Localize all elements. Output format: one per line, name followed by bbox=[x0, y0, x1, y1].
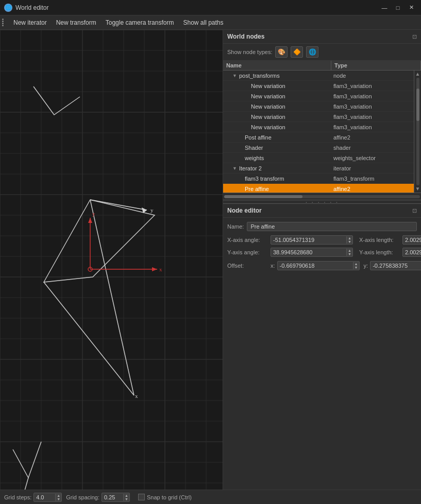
offset-x-up[interactable]: ▲ bbox=[353, 262, 359, 266]
node-type-btn-1[interactable]: 🔶 bbox=[291, 46, 303, 58]
scroll-down-arrow[interactable]: ▼ bbox=[415, 186, 420, 192]
node-type-btn-2[interactable]: 🌐 bbox=[306, 46, 318, 58]
world-nodes-title: World nodes bbox=[227, 33, 264, 40]
y-axis-angle-input-wrap: ▲ ▼ bbox=[271, 248, 353, 257]
axis-fields: X-axis angle: ▲ ▼ X-axis length: bbox=[227, 235, 417, 257]
tree-cell-name: Pre affine bbox=[223, 186, 331, 192]
tree-cell-name: New variation bbox=[223, 124, 331, 130]
minimize-button[interactable]: — bbox=[379, 3, 390, 12]
scroll-thumb[interactable] bbox=[416, 89, 419, 121]
table-row[interactable]: New variationflam3_variation bbox=[223, 91, 414, 101]
table-row[interactable]: flam3 transformflam3_transform bbox=[223, 173, 414, 184]
table-row[interactable]: ▼Iterator 2iterator bbox=[223, 163, 414, 173]
expand-arrow-icon[interactable]: ▼ bbox=[232, 166, 237, 171]
y-axis-angle-down[interactable]: ▼ bbox=[347, 252, 352, 256]
tree-cell-name: ▼Iterator 2 bbox=[223, 165, 331, 171]
x-axis-angle-input[interactable] bbox=[271, 236, 346, 244]
x-axis-angle-down[interactable]: ▼ bbox=[347, 240, 352, 244]
menu-bar: New iterator New transform Toggle camera… bbox=[0, 15, 421, 30]
tree-cell-name-text: New variation bbox=[251, 93, 285, 99]
x-axis-angle-up[interactable]: ▲ bbox=[347, 236, 352, 240]
grid-spacing-up[interactable]: ▲ bbox=[124, 494, 129, 497]
offset-y-input[interactable] bbox=[371, 262, 421, 270]
table-row[interactable]: Post affineaffine2 bbox=[223, 132, 414, 143]
offset-row: Offset: x: ▲ ▼ bbox=[227, 261, 417, 270]
offset-x-spinner: ▲ ▼ bbox=[353, 262, 359, 269]
y-axis-length-input[interactable] bbox=[403, 248, 421, 256]
node-type-btn-0[interactable]: 🎨 bbox=[275, 46, 288, 58]
tree-cell-type: shader bbox=[331, 145, 414, 151]
node-editor-options-icon[interactable]: ⊡ bbox=[412, 207, 417, 214]
menu-show-all-paths[interactable]: Show all paths bbox=[179, 18, 227, 28]
tree-cell-name-text: weights bbox=[245, 155, 264, 161]
tree-cell-type: flam3_variation bbox=[331, 114, 414, 120]
tree-cell-name: Post affine bbox=[223, 134, 331, 141]
table-row[interactable]: New variationflam3_variation bbox=[223, 101, 414, 112]
grid-spacing-group: Grid spacing: ▲ ▼ bbox=[66, 493, 130, 502]
tree-table[interactable]: ▼post_transformsnodeNew variationflam3_v… bbox=[223, 71, 414, 193]
panel-resize-handle[interactable]: · · · · · · bbox=[223, 200, 421, 204]
world-canvas[interactable] bbox=[0, 30, 223, 490]
x-axis-length-label: X-axis length: bbox=[359, 237, 400, 243]
grid-steps-down[interactable]: ▼ bbox=[56, 497, 61, 501]
y-axis-angle-up[interactable]: ▲ bbox=[347, 249, 352, 252]
grid-steps-input[interactable] bbox=[34, 493, 55, 501]
offset-x-down[interactable]: ▼ bbox=[353, 266, 359, 269]
tree-cell-name-text: Post affine bbox=[245, 134, 272, 141]
table-row[interactable]: New variationflam3_variation bbox=[223, 112, 414, 122]
x-axis-length-input-wrap: ▲ ▼ bbox=[402, 235, 421, 245]
grid-spacing-input[interactable] bbox=[102, 493, 123, 501]
hscroll-track bbox=[224, 195, 420, 198]
tree-cell-name: flam3 transform bbox=[223, 176, 331, 182]
show-node-types-bar: Show node types: 🎨 🔶 🌐 bbox=[223, 44, 421, 61]
x-axis-angle-input-wrap: ▲ ▼ bbox=[271, 235, 353, 245]
table-row[interactable]: Shadershader bbox=[223, 143, 414, 153]
grid-spacing-down[interactable]: ▼ bbox=[124, 497, 129, 501]
menu-new-transform[interactable]: New transform bbox=[52, 18, 100, 28]
table-row[interactable]: New variationflam3_variation bbox=[223, 81, 414, 91]
tree-cell-name: New variation bbox=[223, 93, 331, 99]
close-button[interactable]: ✕ bbox=[406, 3, 417, 12]
world-nodes-options-icon[interactable]: ⊡ bbox=[412, 33, 417, 40]
scroll-up-arrow[interactable]: ▲ bbox=[415, 72, 420, 77]
tree-cell-name: New variation bbox=[223, 103, 331, 110]
menu-new-iterator[interactable]: New iterator bbox=[9, 18, 51, 28]
table-row[interactable]: New variationflam3_variation bbox=[223, 122, 414, 132]
grid-steps-up[interactable]: ▲ bbox=[56, 494, 61, 497]
snap-to-grid-checkbox[interactable] bbox=[138, 494, 145, 500]
table-row[interactable]: weightsweights_selector bbox=[223, 153, 414, 163]
canvas-area[interactable] bbox=[0, 30, 223, 490]
name-label: Name: bbox=[227, 223, 244, 230]
app-icon: 🌐 bbox=[4, 4, 12, 12]
grid-spacing-spinner: ▲ ▼ bbox=[123, 494, 129, 501]
tree-cell-name-text: New variation bbox=[251, 103, 285, 110]
world-nodes-header: World nodes ⊡ bbox=[223, 30, 421, 44]
snap-to-grid-label: Snap to grid (Ctrl) bbox=[147, 494, 192, 500]
hscroll-thumb[interactable] bbox=[224, 195, 302, 198]
x-axis-angle-label: X-axis angle: bbox=[227, 237, 268, 243]
y-axis-angle-input[interactable] bbox=[271, 248, 346, 256]
tree-cell-type: affine2 bbox=[331, 186, 414, 192]
table-row[interactable]: Pre affineaffine2 bbox=[223, 184, 414, 193]
table-row[interactable]: ▼post_transformsnode bbox=[223, 71, 414, 81]
x-axis-length-group: X-axis length: ▲ ▼ bbox=[359, 235, 421, 245]
node-editor-section: Node editor ⊡ Name: X-axis angle: bbox=[223, 204, 421, 274]
tree-cell-name-text: Pre affine bbox=[245, 186, 269, 192]
tree-cell-name-text: Shader bbox=[245, 145, 263, 151]
name-input[interactable] bbox=[247, 222, 417, 231]
tree-cell-name-text: New variation bbox=[251, 124, 285, 130]
menu-toggle-camera[interactable]: Toggle camera transform bbox=[102, 18, 178, 28]
offset-x-input[interactable] bbox=[278, 262, 353, 270]
x-axis-angle-group: X-axis angle: ▲ ▼ bbox=[227, 235, 353, 245]
x-axis-length-input[interactable] bbox=[403, 236, 421, 244]
maximize-button[interactable]: □ bbox=[392, 3, 403, 12]
tree-vscroll[interactable]: ▲ ▼ bbox=[414, 71, 421, 193]
tree-cell-name: weights bbox=[223, 155, 331, 161]
y-axis-length-label: Y-axis length: bbox=[359, 249, 400, 255]
expand-arrow-icon[interactable]: ▼ bbox=[232, 73, 237, 78]
tree-cell-name-text: flam3 transform bbox=[245, 176, 284, 182]
tree-cell-type: flam3_variation bbox=[331, 103, 414, 110]
bottom-bar: Grid steps: ▲ ▼ Grid spacing: ▲ ▼ Snap t… bbox=[0, 490, 421, 504]
menu-grip bbox=[2, 18, 6, 28]
offset-label: Offset: bbox=[227, 263, 268, 269]
